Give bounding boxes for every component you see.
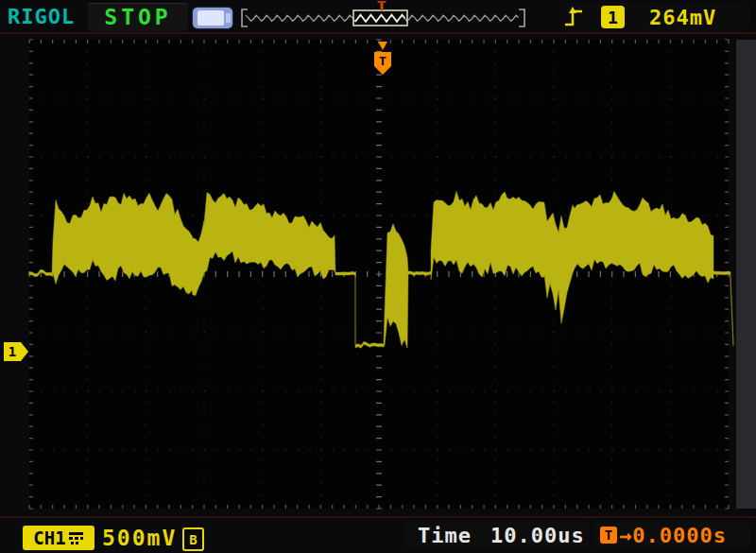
- vertical-scale-readout: 500mV: [102, 526, 177, 550]
- usb-icon-screen: [198, 10, 224, 26]
- channel1-marker-label: 1: [9, 344, 16, 359]
- trigger-level-readout: 264mV: [649, 6, 716, 29]
- hpos-indicator-bar: [242, 1, 524, 26]
- trigger-offset-value: 0.0000s: [632, 524, 727, 547]
- trigger-offset-arrow-icon: →: [619, 524, 632, 547]
- display-canvas: T 1: [0, 0, 756, 553]
- trigger-status-group: 1 264mV: [559, 2, 749, 32]
- run-state-label: STOP: [104, 5, 171, 29]
- bezel-right-strip: [736, 40, 756, 509]
- oscilloscope-screen: T 1 RIGOL STOP 1 264mV CH1 500mV B T: [0, 0, 756, 553]
- timebase-readout: 10.00us: [490, 524, 585, 547]
- header-divider: [0, 32, 756, 34]
- channel1-ground-marker: 1: [4, 342, 28, 361]
- trigger-offset-t-badge: T: [600, 527, 617, 544]
- timebase-group: Time 10.00us: [404, 521, 590, 549]
- dc-coupling-icon: [69, 531, 84, 544]
- rising-edge-trigger-icon: [559, 4, 588, 30]
- trigger-marker-label: T: [379, 54, 387, 68]
- channel1-status-badge: CH1: [23, 526, 94, 550]
- trigger-offset-group: T →0.0000s: [593, 521, 750, 549]
- trigger-offset-readout: →0.0000s: [619, 524, 727, 547]
- usb-device-icon: [193, 8, 232, 28]
- footer-divider: [0, 516, 756, 518]
- brand-logo: RIGOL: [8, 5, 75, 28]
- trigger-source-badge: 1: [601, 6, 625, 28]
- bandwidth-limit-badge: B: [182, 527, 204, 551]
- timebase-label: Time: [418, 524, 472, 547]
- channel1-label: CH1: [33, 527, 65, 548]
- usb-icon-plug: [226, 13, 231, 23]
- run-state-indicator: STOP: [88, 3, 188, 31]
